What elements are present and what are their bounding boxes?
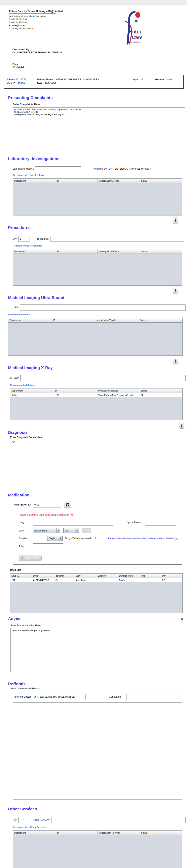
laboratory-section: Laboratory Investigations Lab Investinga…: [8, 156, 186, 224]
add-drug-button[interactable]: Add Drug: [19, 555, 42, 561]
total-input[interactable]: [33, 544, 63, 549]
table-cell: 1128: [53, 393, 96, 397]
advice-section: Advice Enter Doctor's Advice Here reassu…: [8, 616, 186, 672]
special-notes-input[interactable]: [145, 519, 176, 526]
per-meal-input[interactable]: [94, 536, 105, 541]
table-cell: X-Ray: [10, 393, 53, 397]
table-row[interactable]: 292ALBENDAZOLEHSAfter Meal1Day/s1.0: [10, 578, 182, 582]
way-row: Way: Before Meal ▼ OD ▼ 1: [19, 528, 182, 533]
table-header-row: DepartmentIDInvestigation/ServiceStatus: [8, 318, 182, 322]
table-cell: 292: [10, 578, 32, 582]
reffering-doctor-input[interactable]: [33, 693, 86, 700]
diagnosis-sublabel: Enter Diagnosis Details Here: [10, 436, 186, 439]
frequency-qty-box: 1: [82, 528, 91, 533]
refferal-inputs-row: Reffering Doctor Consultant: [13, 693, 186, 700]
way-meal-value: Before Meal: [34, 529, 47, 532]
procedures-table: DepartmentIDInvestigation/ServiceStatus: [13, 249, 182, 286]
drug-list-trash-button[interactable]: [179, 616, 185, 624]
prescription-row: Prescription ID:: [13, 501, 186, 508]
table-cell: Day/s: [118, 578, 139, 582]
consult-block: Consulted By: Dr. ORITSETSETOS RAPHAEL P…: [8, 45, 187, 72]
recommended-xrays-link[interactable]: Recommended X-Rays: [10, 384, 186, 386]
lab-table: DepartmentIDInvestigation/ServiceStatus: [13, 179, 182, 216]
reffering-doctor-label: Reffering Doctor: [13, 695, 31, 698]
procedures-input[interactable]: [50, 236, 184, 242]
drug-input[interactable]: [33, 519, 113, 526]
column-header: Department: [13, 179, 55, 183]
refresh-icon: [65, 502, 70, 507]
diagnosis-textarea[interactable]: ISQ: [10, 440, 185, 484]
xrays-label: X-Rays: [10, 377, 18, 379]
column-header: Qty: [161, 574, 182, 578]
table-header-row: DepartmentIDInvestigation/ServiceStatus: [10, 389, 182, 393]
consultation-page: Future Care by Future Holdings (Pty) Lim…: [0, 0, 187, 868]
duration-type-select[interactable]: Day/s ▼: [47, 536, 63, 541]
lab-investigation-input[interactable]: [35, 166, 81, 171]
frequency-select[interactable]: OD ▼: [63, 528, 79, 533]
reffered-by-label: Reffered By: [93, 167, 107, 170]
column-header: Note: [139, 574, 161, 578]
duration-input[interactable]: [33, 536, 45, 541]
column-header: Status: [139, 389, 182, 393]
recommended-procedures-link[interactable]: Recommended Procedures: [13, 245, 186, 247]
procedures-qty-input[interactable]: [18, 236, 30, 242]
visit-id-value: 15060: [18, 82, 25, 85]
uss-input[interactable]: [20, 305, 186, 311]
lab-trash-button[interactable]: [173, 217, 178, 224]
visit-date-value: 2024-08-21: [45, 82, 58, 85]
laboratory-title: Laboratory Investigations: [8, 156, 186, 161]
diagnosis-section: Diagnosis Enter Diagnosis Details Here I…: [8, 430, 186, 484]
table-cell: HS: [53, 578, 75, 582]
add-drug-label: Add Drug: [26, 556, 38, 559]
patient-gender-value: Male: [166, 78, 172, 81]
total-row: Total:: [19, 544, 182, 549]
way-meal-select[interactable]: Before Meal ▼: [33, 528, 60, 533]
recommended-other-services-link[interactable]: Recommended Other Services: [13, 826, 186, 828]
procedures-trash-button[interactable]: [173, 287, 178, 294]
refferal-list-box[interactable]: [13, 703, 182, 800]
recommended-uss-link[interactable]: Recommended USS: [8, 313, 186, 316]
uss-trash-button[interactable]: [173, 358, 178, 364]
column-header: Way: [75, 574, 96, 578]
other-services-label: Other Services: [33, 819, 49, 822]
visit-id-label: Visit ID: [7, 82, 15, 85]
xray-table: DepartmentIDInvestigation/ServiceStatusX…: [10, 388, 183, 420]
table-cell: 1.0: [161, 578, 182, 582]
duration-label: Duration: [19, 537, 30, 540]
column-header: Duration Type: [118, 574, 139, 578]
patient-age-value: 35: [140, 78, 143, 81]
table-row[interactable]: X-Ray1128Elbow Right X-Ray 2 views (AP a…: [10, 393, 182, 397]
drug-list-label: Drug List: [10, 568, 186, 571]
company-phone-1: T: +24 82 593 593: [9, 18, 63, 21]
prescription-refresh-button[interactable]: [64, 501, 71, 508]
xrays-input[interactable]: [20, 375, 186, 381]
column-header: Department: [10, 389, 53, 393]
lab-investigation-label: Lab Investingation: [13, 167, 33, 170]
drug-suggestion-hint: Please select the Drug from Drug suggess…: [19, 514, 182, 516]
table-cell: After Meal: [75, 578, 96, 582]
xray-trash-button[interactable]: [179, 422, 184, 429]
dropdown-caret-icon: ▼: [75, 528, 79, 533]
column-header: ID: [53, 389, 96, 393]
consulted-by-label: Consulted By: [12, 48, 33, 51]
consult-date-row: Date: 2024-08-21: [8, 60, 187, 72]
consultant-input[interactable]: [126, 693, 183, 700]
company-phone-2: T: +24 84 225 252: [9, 21, 63, 24]
advice-textarea[interactable]: reassure, review with pending results: [10, 628, 185, 672]
advice-sublabel: Enter Doctor's Advice Here: [10, 624, 186, 627]
medication-title: Medication: [8, 493, 186, 497]
table-header-row: DepartmentIDInvestigation/ServiceStatus: [13, 249, 182, 254]
complaints-textarea[interactable]: pt seen, Xray of chest is normal, awaiti…: [13, 107, 185, 146]
consulted-by-value: Dr. ORITSETSETOS RAPHAEL PINNICK: [12, 51, 62, 54]
duration-type-value: Day/s: [49, 537, 55, 540]
company-number: Company No.8417652-2: [9, 27, 63, 30]
company-email: E: jude@future.sc: [9, 24, 63, 27]
prescription-id-input[interactable]: [33, 502, 61, 507]
other-services-input[interactable]: [51, 817, 186, 823]
decimal-hint: Please add as decimal numbers when addin…: [108, 537, 182, 539]
column-header: Fequency: [53, 574, 75, 578]
recommended-lab-link[interactable]: Recommended Lab Testings: [13, 174, 186, 177]
patient-gender-label: Gender: [155, 78, 164, 81]
other-qty-input[interactable]: [18, 817, 29, 823]
per-meal-label: Drugs/Tablets per meal: [65, 537, 91, 540]
